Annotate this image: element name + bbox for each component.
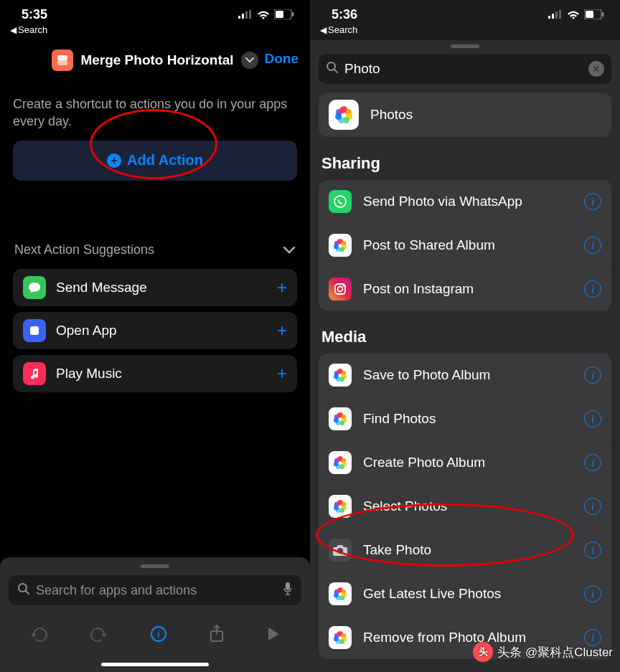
shortcut-options-button[interactable]	[241, 52, 258, 69]
back-chevron-icon: ◀	[320, 25, 327, 35]
action-take-photo[interactable]: Take Photo i	[319, 529, 611, 572]
clear-search-button[interactable]: ✕	[588, 61, 604, 77]
action-post-instagram[interactable]: Post on Instagram i	[319, 268, 611, 311]
action-save-photo-album[interactable]: Save to Photo Album i	[319, 354, 611, 397]
add-action-button[interactable]: + Add Action	[13, 141, 297, 181]
chevron-down-icon	[245, 57, 254, 63]
redo-button[interactable]	[90, 626, 108, 646]
music-icon	[23, 362, 46, 385]
svg-rect-1	[242, 14, 244, 19]
play-button[interactable]	[266, 626, 281, 646]
media-group: Save to Photo Album i Find Photos i Crea…	[319, 354, 611, 659]
info-button[interactable]: i	[584, 498, 601, 515]
action-label: Post to Shared Album	[363, 237, 584, 253]
whatsapp-icon	[329, 190, 352, 213]
app-icon	[23, 319, 46, 342]
svg-rect-3	[249, 10, 251, 19]
svg-rect-0	[238, 16, 240, 19]
svg-rect-2	[245, 11, 248, 19]
toolbar: i	[9, 614, 301, 658]
suggestion-open-app[interactable]: Open App +	[13, 312, 297, 349]
suggestion-label: Play Music	[56, 366, 277, 382]
status-time: 5:36	[332, 7, 357, 22]
action-find-photos[interactable]: Find Photos i	[319, 397, 611, 441]
home-indicator[interactable]	[101, 663, 209, 666]
app-result-photos[interactable]: Photos	[319, 93, 611, 137]
action-label: Select Photos	[363, 498, 584, 514]
add-icon[interactable]: +	[277, 364, 287, 384]
suggestion-send-message[interactable]: Send Message +	[13, 269, 297, 306]
wifi-icon	[257, 10, 270, 19]
svg-rect-18	[555, 11, 558, 19]
svg-rect-21	[586, 11, 593, 18]
info-button[interactable]: i	[584, 280, 601, 298]
cellular-icon	[548, 10, 563, 19]
action-label: Post on Instagram	[363, 281, 584, 297]
info-button[interactable]: i	[584, 237, 601, 254]
search-apps-field[interactable]	[9, 575, 301, 605]
action-label: Save to Photo Album	[363, 367, 584, 383]
undo-button[interactable]	[29, 626, 48, 646]
search-icon	[17, 582, 30, 598]
status-bar: 5:35	[0, 0, 310, 24]
bottom-sheet[interactable]: i	[0, 557, 310, 672]
photos-app-icon	[329, 100, 359, 130]
svg-rect-5	[276, 11, 283, 18]
svg-rect-8	[57, 60, 67, 65]
add-icon[interactable]: +	[277, 321, 287, 341]
status-icons	[238, 9, 294, 19]
svg-point-29	[337, 548, 343, 554]
svg-rect-16	[548, 16, 550, 19]
add-icon[interactable]: +	[277, 278, 287, 298]
svg-line-24	[334, 70, 337, 72]
action-post-shared-album[interactable]: Post to Shared Album i	[319, 224, 611, 268]
info-button[interactable]: i	[584, 541, 601, 559]
status-time: 5:35	[22, 7, 47, 22]
sheet-grabber[interactable]	[451, 44, 479, 48]
app-result-label: Photos	[370, 107, 601, 123]
info-button[interactable]: i	[584, 193, 601, 210]
action-label: Get Latest Live Photos	[363, 586, 584, 602]
photos-icon	[329, 582, 352, 605]
shortcut-hint: Create a shortcut to actions you do in y…	[0, 78, 310, 141]
share-button[interactable]	[209, 625, 225, 648]
search-input[interactable]	[36, 583, 283, 598]
mic-icon[interactable]	[283, 582, 293, 599]
action-create-photo-album[interactable]: Create Photo Album i	[319, 441, 611, 485]
info-button[interactable]: i	[584, 410, 601, 427]
info-button[interactable]: i	[584, 366, 601, 384]
action-label: Send Photo via WhatsApp	[363, 194, 584, 209]
back-to-search[interactable]: ◀ Search	[310, 24, 620, 38]
svg-text:i: i	[157, 629, 160, 640]
search-field[interactable]: ✕	[319, 54, 611, 84]
search-input[interactable]	[344, 61, 588, 77]
suggestions-list: Send Message + Open App + Play Music +	[0, 269, 310, 392]
suggestion-play-music[interactable]: Play Music +	[13, 355, 297, 392]
svg-rect-12	[286, 582, 290, 590]
back-to-search[interactable]: ◀ Search	[0, 24, 310, 38]
action-select-photos[interactable]: Select Photos i	[319, 485, 611, 529]
svg-rect-22	[602, 12, 604, 16]
watermark-logo-icon: 头	[473, 642, 493, 662]
section-title-sharing: Sharing	[310, 137, 620, 180]
suggestions-header[interactable]: Next Action Suggestions	[0, 181, 310, 269]
svg-point-25	[334, 196, 346, 207]
svg-rect-6	[292, 12, 294, 16]
info-button[interactable]: i	[150, 625, 167, 647]
action-picker-sheet: ✕ Photos Sharing Send Photo via WhatsApp…	[310, 40, 620, 672]
status-icons	[548, 9, 604, 19]
done-button[interactable]: Done	[265, 51, 299, 67]
info-button[interactable]: i	[584, 454, 601, 471]
shortcut-header: Merge Photo Horizontal Done	[0, 38, 310, 78]
battery-icon	[274, 9, 294, 19]
action-get-latest-live-photos[interactable]: Get Latest Live Photos i	[319, 572, 611, 616]
action-send-whatsapp[interactable]: Send Photo via WhatsApp i	[319, 180, 611, 224]
svg-line-11	[26, 591, 29, 594]
action-label: Find Photos	[363, 411, 584, 427]
photos-icon	[329, 407, 352, 430]
sheet-grabber[interactable]	[141, 564, 169, 568]
svg-point-27	[338, 287, 343, 292]
camera-icon	[329, 539, 352, 562]
plus-circle-icon: +	[107, 153, 121, 168]
info-button[interactable]: i	[584, 585, 601, 602]
